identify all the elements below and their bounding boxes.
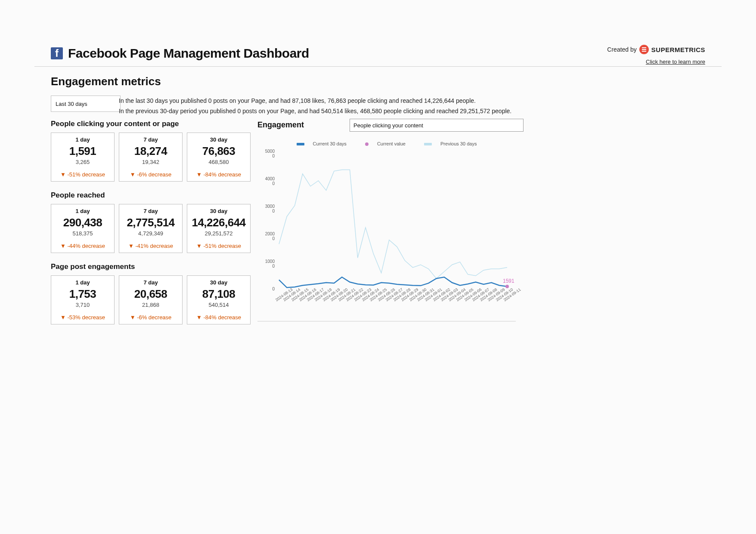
metric-grid: 1 day290,438518,375-44% decrease7 day2,7… [51,204,251,253]
group-title: People clicking your content or page [51,120,251,128]
page-title: Facebook Page Management Dashboard [68,46,309,61]
metric-period: 7 day [143,136,158,143]
legend-previous-30: Previous 30 days [440,141,477,146]
metric-period: 7 day [143,208,158,214]
metric-period: 1 day [75,208,90,214]
svg-point-0 [505,285,509,288]
metric-previous: 3,710 [76,302,90,308]
learn-more-link[interactable]: Click here to learn more [646,59,705,65]
metric-value: 2,775,514 [127,216,174,229]
chart-legend: Current 30 days Current value Previous 3… [257,141,516,146]
metric-card: 7 day20,65821,868-6% decrease [119,275,183,324]
metric-delta: -6% decrease [130,314,172,321]
engagement-metric-value: People clicking your content [353,122,423,129]
current-value-label: 1591 [503,278,514,284]
metric-delta: -84% decrease [196,171,241,178]
legend-current-value: Current value [377,141,406,146]
facebook-icon: f [51,47,63,59]
metric-value: 1,591 [69,145,96,158]
metric-card: 7 day18,27419,342-6% decrease [119,133,183,182]
metric-grid: 1 day1,5913,265-51% decrease7 day18,2741… [51,133,251,182]
metric-previous: 4,729,349 [138,230,163,237]
divider [34,66,722,67]
metric-value: 87,108 [202,287,235,301]
metric-value: 18,274 [134,145,167,158]
y-tick: 10000 [257,259,275,269]
metric-previous: 21,868 [142,302,159,308]
metric-value: 76,863 [202,145,235,158]
supermetrics-icon [639,45,649,54]
group-title: People reached [51,191,251,200]
metric-delta: -53% decrease [60,314,105,321]
metric-card: 30 day76,863468,580-84% decrease [187,133,251,182]
metric-card: 1 day1,5913,265-51% decrease [51,133,115,182]
metric-period: 7 day [143,279,158,286]
metric-card: 1 day1,7533,710-53% decrease [51,275,115,324]
created-by: Created by SUPERMETRICS [607,45,705,54]
created-by-label: Created by [607,46,636,53]
metric-card: 1 day290,438518,375-44% decrease [51,204,115,253]
legend-current-30: Current 30 days [313,141,347,146]
metric-period: 30 day [210,279,227,286]
metric-delta: -44% decrease [60,243,105,249]
y-tick: 0 [257,287,275,291]
metric-period: 30 day [210,208,227,214]
metric-period: 30 day [210,136,227,143]
metric-previous: 3,265 [76,159,90,165]
metric-groups: People clicking your content or page1 da… [51,120,251,334]
metric-group: People clicking your content or page1 da… [51,120,251,182]
metric-period: 1 day [75,279,90,286]
metric-delta: -6% decrease [130,171,172,178]
metric-value: 14,226,644 [192,216,245,229]
metric-card: 30 day14,226,64429,251,572-51% decrease [187,204,251,253]
metric-period: 1 day [75,136,90,143]
metric-previous: 29,251,572 [204,230,232,237]
summary-line-1: In the last 30 days you published 0 post… [119,96,705,106]
metric-delta: -41% decrease [128,243,173,249]
metric-previous: 518,375 [73,230,93,237]
metric-delta: -51% decrease [196,243,241,249]
supermetrics-label: SUPERMETRICS [651,46,705,53]
metric-previous: 540,514 [209,302,229,308]
metric-grid: 1 day1,7533,710-53% decrease7 day20,6582… [51,275,251,324]
metric-group: People reached1 day290,438518,375-44% de… [51,191,251,253]
summary-text: In the last 30 days you published 0 post… [119,96,705,116]
metric-group: Page post engagements1 day1,7533,710-53%… [51,262,251,324]
metric-delta: -84% decrease [196,314,241,321]
metric-value: 20,658 [134,287,167,301]
metric-card: 30 day87,108540,514-84% decrease [187,275,251,324]
y-tick: 40000 [257,176,275,186]
y-tick: 50000 [257,149,275,158]
engagement-metric-select[interactable]: People clicking your content [350,119,524,132]
group-title: Page post engagements [51,262,251,271]
metric-previous: 19,342 [142,159,159,165]
y-tick: 20000 [257,232,275,241]
metric-delta: -51% decrease [60,171,105,178]
engagement-chart: Current 30 days Current value Previous 3… [257,136,516,321]
metric-value: 290,438 [63,216,102,229]
y-tick: 30000 [257,204,275,213]
date-range-select[interactable]: Last 30 days [51,96,121,112]
date-range-value: Last 30 days [56,101,87,107]
metric-card: 7 day2,775,5144,729,349-41% decrease [119,204,183,253]
metric-previous: 468,580 [209,159,229,165]
summary-line-2: In the previous 30-day period you publis… [119,106,705,116]
metric-value: 1,753 [69,287,96,301]
engagement-title: Engagement [257,120,304,130]
section-title: Engagement metrics [51,75,161,88]
